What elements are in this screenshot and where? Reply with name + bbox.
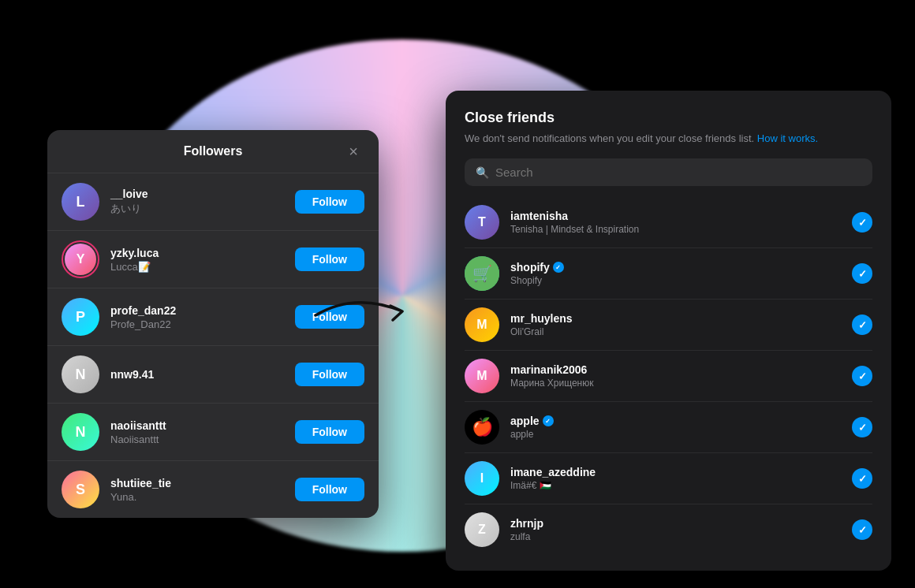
follower-display-name: Yuna. (110, 491, 284, 503)
follower-display-name: Naoiisanttt (110, 434, 284, 445)
cf-username: mr_huylens (510, 312, 841, 325)
add-to-close-friends-button[interactable]: ✓ (852, 468, 872, 489)
cf-avatar: M (465, 307, 499, 342)
follower-username: __loive (110, 188, 284, 200)
follower-display-name: あいり (110, 202, 284, 216)
cf-username: shopify✓ (510, 261, 841, 274)
follower-info: nnw9.41 (110, 368, 284, 381)
how-it-works-link[interactable]: How it works. (757, 132, 818, 144)
follower-username: nnw9.41 (110, 368, 284, 381)
close-friend-item: 🍎 apple✓ apple ✓ (465, 402, 872, 453)
add-to-close-friends-button[interactable]: ✓ (852, 366, 872, 386)
cf-avatar: M (465, 359, 499, 393)
cf-username: imane_azeddine (510, 466, 841, 478)
verified-badge: ✓ (543, 415, 554, 426)
avatar: Y (62, 240, 99, 278)
checkmark-icon: ✓ (858, 217, 867, 229)
follow-button[interactable]: Follow (295, 420, 364, 444)
avatar: N (62, 355, 99, 393)
cf-info: imane_azeddine Imä#€ 🇵🇸 (510, 466, 841, 491)
follower-info: profe_dan22 Profe_Dan22 (110, 304, 284, 330)
follower-item: N nnw9.41 Follow (47, 346, 379, 404)
add-to-close-friends-button[interactable]: ✓ (852, 212, 872, 233)
cf-display-name: Tenisha | Mindset & Inspiration (510, 224, 841, 235)
follow-button[interactable]: Follow (295, 190, 364, 214)
follow-button[interactable]: Follow (295, 247, 364, 271)
close-friend-item: T iamtenisha Tenisha | Mindset & Inspira… (465, 197, 872, 248)
avatar: N (62, 413, 99, 451)
close-friends-panel: Close friends We don't send notification… (446, 91, 891, 571)
add-to-close-friends-button[interactable]: ✓ (852, 314, 872, 335)
follow-button[interactable]: Follow (295, 363, 364, 386)
avatar: L (62, 183, 99, 221)
follower-username: naoiisanttt (110, 419, 284, 432)
cf-display-name: Shopify (510, 275, 841, 286)
cf-info: marinanik2006 Марина Хрищенюк (510, 363, 841, 389)
follow-button[interactable]: Follow (295, 478, 364, 501)
cf-avatar: T (465, 205, 499, 240)
cf-display-name: apple (510, 429, 841, 440)
cf-info: shopify✓ Shopify (510, 261, 841, 286)
cf-info: mr_huylens Oli'Grail (510, 312, 841, 337)
close-friend-item: I imane_azeddine Imä#€ 🇵🇸 ✓ (465, 453, 872, 504)
search-icon: 🔍 (476, 166, 489, 179)
checkmark-icon: ✓ (858, 422, 867, 434)
follower-info: shutiiee_tie Yuna. (110, 477, 284, 503)
checkmark-icon: ✓ (858, 319, 867, 331)
verified-badge: ✓ (553, 262, 564, 273)
follower-username: yzky.luca (110, 247, 284, 259)
cf-info: iamtenisha Tenisha | Mindset & Inspirati… (510, 210, 841, 235)
checkmark-icon: ✓ (858, 473, 867, 485)
add-to-close-friends-button[interactable]: ✓ (852, 519, 872, 540)
avatar: S (62, 471, 99, 508)
follower-display-name: Lucca📝 (110, 261, 284, 273)
follower-info: yzky.luca Lucca📝 (110, 247, 284, 273)
cf-avatar: 🍎 (465, 410, 499, 445)
cf-avatar: I (465, 461, 499, 496)
close-friend-item: 🛒 shopify✓ Shopify ✓ (465, 248, 872, 300)
follower-item: S shutiiee_tie Yuna. Follow (47, 461, 379, 518)
cf-display-name: Марина Хрищенюк (510, 378, 841, 389)
follower-item: Y yzky.luca Lucca📝 Follow (47, 231, 379, 288)
cf-avatar: Z (465, 512, 499, 547)
followers-title: Followers (184, 144, 243, 158)
cf-info: apple✓ apple (510, 415, 841, 440)
follower-username: profe_dan22 (110, 304, 284, 317)
arrow-graphic (308, 284, 465, 347)
close-button[interactable]: × (342, 140, 364, 162)
checkmark-icon: ✓ (858, 268, 867, 280)
cf-username: iamtenisha (510, 210, 841, 222)
follower-display-name: Profe_Dan22 (110, 318, 284, 330)
checkmark-icon: ✓ (858, 370, 867, 382)
close-friend-item: Z zhrnjp zulfa ✓ (465, 504, 872, 555)
subtitle-text: We don't send notifications when you edi… (465, 132, 754, 144)
close-friend-item: M mr_huylens Oli'Grail ✓ (465, 300, 872, 351)
follower-item: N naoiisanttt Naoiisanttt Follow (47, 404, 379, 461)
add-to-close-friends-button[interactable]: ✓ (852, 263, 872, 284)
close-friends-title: Close friends (465, 110, 872, 126)
search-bar[interactable]: 🔍 (465, 158, 872, 186)
close-friends-list: T iamtenisha Tenisha | Mindset & Inspira… (465, 197, 872, 555)
cf-avatar: 🛒 (465, 256, 499, 291)
close-friend-item: M marinanik2006 Марина Хрищенюк ✓ (465, 351, 872, 402)
close-friends-subtitle: We don't send notifications when you edi… (465, 132, 872, 144)
cf-username: apple✓ (510, 415, 841, 427)
cf-info: zhrnjp zulfa (510, 517, 841, 542)
cf-username: marinanik2006 (510, 363, 841, 376)
avatar: P (62, 298, 99, 336)
add-to-close-friends-button[interactable]: ✓ (852, 417, 872, 437)
cf-display-name: Oli'Grail (510, 326, 841, 337)
cf-display-name: zulfa (510, 531, 841, 542)
cf-username: zhrnjp (510, 517, 841, 530)
followers-header: Followers × (47, 130, 379, 173)
follower-info: naoiisanttt Naoiisanttt (110, 419, 284, 445)
follower-username: shutiiee_tie (110, 477, 284, 489)
checkmark-icon: ✓ (858, 524, 867, 536)
search-input[interactable] (495, 166, 861, 179)
follower-item: L __loive あいり Follow (47, 173, 379, 231)
cf-display-name: Imä#€ 🇵🇸 (510, 480, 841, 491)
follower-info: __loive あいり (110, 188, 284, 216)
